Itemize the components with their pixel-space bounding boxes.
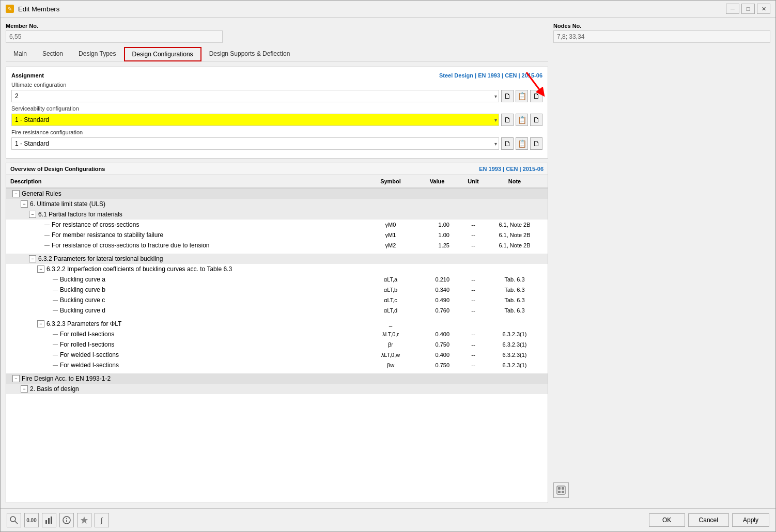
graph-tool-btn[interactable] [42, 513, 56, 527]
svg-rect-11 [51, 517, 52, 524]
row-symbol: βw [365, 362, 416, 369]
row-symbol: αLT,b [365, 286, 416, 293]
fire-select[interactable]: 1 - Standard 2 3 [11, 137, 499, 150]
row-description: For resistance of cross-sections to frac… [6, 241, 365, 249]
ultimate-add-btn[interactable]: 🗋 [501, 90, 514, 102]
table-row: −6.3.2 Parameters for lateral torsional … [6, 254, 548, 264]
ultimate-label: Ultimate configuration [11, 82, 542, 88]
row-note: 6.3.2.3(1) [489, 362, 540, 369]
tree-expand-btn[interactable]: − [29, 255, 36, 262]
maximize-button[interactable]: □ [741, 4, 755, 14]
app-icon: ✎ [6, 5, 14, 13]
nodes-no-input[interactable] [553, 30, 770, 43]
row-value [416, 258, 458, 259]
tree-expand-btn[interactable]: − [37, 320, 44, 327]
fire-label: Fire resistance configuration [11, 129, 542, 135]
tree-expand-btn[interactable]: − [21, 385, 28, 393]
tree-expand-btn[interactable]: − [12, 375, 20, 382]
table-row: Buckling curve bαLT,b0.340--Tab. 6.3 [6, 285, 548, 295]
row-description: For rolled I-sections [6, 340, 365, 349]
fire-delete-btn[interactable]: 🗋 [530, 137, 542, 150]
info-button[interactable] [553, 482, 569, 498]
row-note: 6.1, Note 2B [489, 231, 540, 239]
apply-button[interactable]: Apply [732, 513, 769, 527]
ok-button[interactable]: OK [649, 513, 685, 527]
tree-expand-btn[interactable]: − [21, 200, 28, 208]
row-value [416, 323, 458, 324]
serviceability-delete-btn[interactable]: 🗋 [530, 114, 542, 126]
row-symbol [365, 193, 416, 194]
info-tool-btn[interactable] [59, 513, 74, 527]
tab-main[interactable]: Main [6, 47, 35, 61]
member-no-label: Member No. [6, 23, 223, 29]
ultimate-select[interactable]: 2 1 3 [11, 90, 499, 102]
row-desc-text: Buckling curve d [60, 307, 105, 314]
fire-select-wrapper[interactable]: 1 - Standard 2 3 ▾ [11, 137, 499, 150]
row-symbol [365, 258, 416, 259]
member-group: Member No. [6, 23, 223, 43]
row-note [489, 269, 540, 270]
serviceability-select[interactable]: 1 - Standard 2 3 [11, 114, 499, 126]
tree-expand-btn[interactable]: − [37, 265, 44, 273]
number-tool-btn[interactable]: 0.00 [24, 513, 39, 527]
graph-icon [45, 516, 53, 524]
row-desc-text: For member resistance to stability failu… [52, 231, 163, 239]
tree-expand-btn[interactable]: − [29, 211, 36, 218]
table-row: For rolled I-sectionsβr0.750--6.3.2.3(1) [6, 339, 548, 350]
row-value [416, 193, 458, 194]
row-value: 0.760 [416, 307, 458, 314]
row-symbol: γM0 [365, 221, 416, 228]
member-no-input[interactable] [6, 30, 223, 43]
search-tool-btn[interactable] [7, 513, 21, 527]
row-unit: -- [458, 276, 489, 283]
tab-design-supports[interactable]: Design Supports & Deflection [201, 47, 298, 61]
table-header: Description Symbol Value Unit Note [6, 175, 548, 189]
table-row: For welded I-sectionsλLT,0,w0.400--6.3.2… [6, 350, 548, 360]
ultimate-select-wrapper[interactable]: 2 1 3 ▾ [11, 90, 499, 102]
svg-point-13 [66, 518, 67, 519]
row-unit: -- [458, 242, 489, 249]
serviceability-select-wrapper[interactable]: 1 - Standard 2 3 ▾ [11, 114, 499, 126]
row-unit [458, 193, 489, 194]
assignment-title: Assignment [11, 72, 44, 79]
content-area: Member No. Main Section Design Types Des… [1, 18, 775, 508]
ultimate-edit-btn[interactable]: 📋 [516, 90, 528, 102]
tab-design-configurations[interactable]: Design Configurations [124, 47, 201, 61]
fire-edit-btn[interactable]: 📋 [516, 137, 528, 150]
info-icon [556, 486, 566, 495]
row-symbol: γM2 [365, 242, 416, 249]
row-symbol: αLT,c [365, 296, 416, 304]
tab-section[interactable]: Section [35, 47, 71, 61]
row-description: For member resistance to stability failu… [6, 231, 365, 239]
minimize-button[interactable]: ─ [726, 4, 739, 14]
row-description: Buckling curve c [6, 296, 365, 304]
row-description: Buckling curve b [6, 286, 365, 294]
table-row: −Fire Design Acc. to EN 1993-1-2 [6, 373, 548, 384]
tree-expand-btn[interactable]: − [12, 190, 20, 197]
search-icon [10, 516, 18, 524]
right-panel: Nodes No. [553, 18, 775, 508]
overview-panel: Overview of Design Configurations EN 199… [6, 163, 548, 503]
row-symbol: λLT,0,r [365, 331, 416, 338]
row-unit [458, 323, 489, 324]
row-note [489, 193, 540, 194]
row-note [489, 258, 540, 259]
row-description: For welded I-sections [6, 351, 365, 359]
cancel-button[interactable]: Cancel [688, 513, 729, 527]
star-tool-btn[interactable] [77, 513, 91, 527]
tab-design-types[interactable]: Design Types [71, 47, 124, 61]
table-row: Buckling curve cαLT,c0.490--Tab. 6.3 [6, 295, 548, 305]
row-value [416, 378, 458, 379]
row-desc-text: 6.3.2.2 Imperfection coefficients of buc… [46, 265, 232, 273]
ultimate-delete-btn[interactable]: 🗋 [530, 90, 542, 102]
serviceability-add-btn[interactable]: 🗋 [501, 114, 514, 126]
fire-add-btn[interactable]: 🗋 [501, 137, 514, 150]
row-note: Tab. 6.3 [489, 276, 540, 283]
row-symbol [365, 269, 416, 270]
row-value [416, 269, 458, 270]
close-button[interactable]: ✕ [757, 4, 770, 14]
code-tool-btn[interactable]: ∫ [95, 513, 109, 527]
serviceability-edit-btn[interactable]: 📋 [516, 114, 528, 126]
middle-group [228, 23, 548, 43]
tab-bar: Main Section Design Types Design Configu… [6, 47, 548, 61]
